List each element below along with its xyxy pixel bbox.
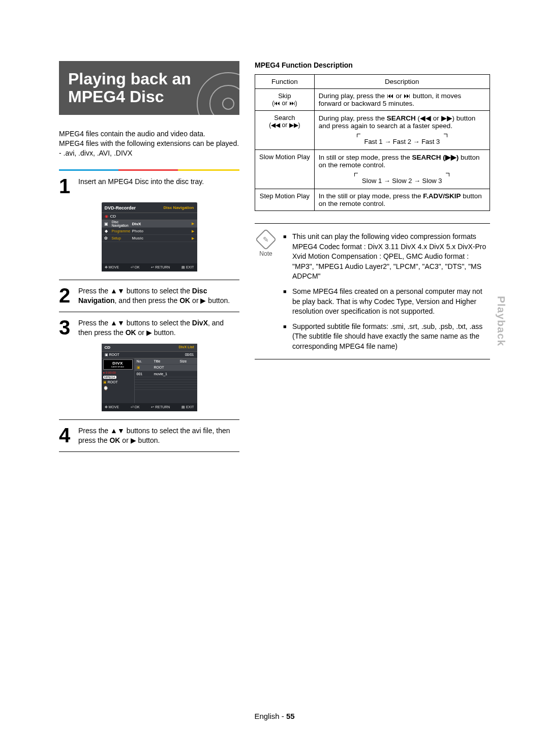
note-item: Supported subtitle file formats: .smi, .… (283, 322, 490, 352)
screen-divx-list: CD DivX List ▣ ROOT 00/01 DIVX CERTIFIED… (102, 344, 197, 411)
step-1: 1 Insert an MPEG4 Disc into the disc tra… (59, 176, 239, 196)
clock-icon: ⌚ (103, 386, 133, 390)
gear-icon: ✿ (104, 236, 109, 241)
folder-icon: ▣ (104, 221, 109, 226)
arrow-right-icon: ▶ (192, 236, 197, 240)
divider (59, 280, 239, 280)
step-4: 4 Press the ▲▼ buttons to select the avi… (59, 425, 239, 445)
title-line2: MPEG4 Disc (68, 87, 164, 106)
function-desc-heading: MPEG4 Function Description (255, 61, 490, 69)
arrow-right-icon: ▶ (192, 222, 197, 226)
section-tab-playback: Playback (495, 296, 507, 346)
step-3: 3 Press the ▲▼ buttons to select the Div… (59, 317, 239, 338)
note-icon: ✎ (255, 229, 277, 250)
note-item: This unit can play the following video c… (283, 232, 490, 282)
divider (59, 312, 239, 312)
exit-hint: ▤ EXIT (181, 265, 194, 269)
divx-logo: DIVX CERTIFIED (103, 359, 133, 370)
divider (59, 451, 239, 452)
step-2: 2 Press the ▲▼ buttons to select the Dis… (59, 285, 239, 306)
move-hint: ✥ MOVE (105, 265, 119, 269)
page-title-banner: Playing back an MPEG4 Disc (59, 61, 239, 115)
screen-disc-navigation: DVD-Recorder Disc Navigation ◉CD ▣ Disc … (102, 202, 197, 271)
color-rule (59, 169, 239, 171)
return-hint: ↩ RETURN (151, 265, 170, 269)
note-item: Some MPEG4 files created on a personal c… (283, 287, 490, 317)
ok-hint: ⏎ OK (131, 265, 140, 269)
page-footer: English - 55 (0, 712, 549, 720)
divider (59, 419, 239, 420)
intro-paragraph: MPEG4 files contain the audio and video … (59, 129, 239, 158)
title-line1: Playing back an (68, 70, 191, 88)
function-table: Function Description Skip (⏮ or ⏭) Durin… (255, 74, 490, 211)
note-block: ✎ Note This unit can play the following … (255, 223, 490, 359)
tv-icon: ◆ (104, 229, 109, 234)
arrow-right-icon: ▶ (192, 229, 197, 233)
